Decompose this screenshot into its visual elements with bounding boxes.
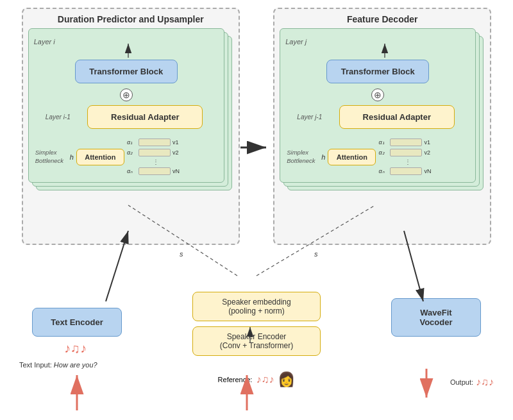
- left-panel-inner: Layer i Transformer Block ⊕ Layer i-1 Re: [28, 28, 224, 183]
- left-alpha-n: αₙ: [127, 168, 137, 174]
- text-encoder-box: Text Encoder: [32, 308, 122, 337]
- text-encoder-area: Text Encoder: [32, 301, 122, 337]
- left-alpha-1: α₁: [127, 139, 137, 146]
- center-bottom: Speaker embedding (pooling + norm) Speak…: [192, 292, 321, 356]
- right-v-bar-2: [390, 149, 422, 156]
- left-transformer-block: Transformer Block: [75, 60, 178, 83]
- wavefit-box: WaveFit Vocoder: [391, 298, 481, 337]
- right-alpha-n: αₙ: [378, 168, 389, 174]
- wavefit-area: WaveFit Vocoder: [391, 292, 481, 337]
- speaker-encoder-box: Speaker Encoder (Conv + Transformer): [192, 326, 321, 356]
- right-panel-inner: Layer j Transformer Block ⊕ Layer j-1 Re…: [280, 28, 476, 183]
- speaker-embedding-line1: Speaker embedding: [203, 298, 310, 307]
- left-v-item-1: α₁ v1: [127, 139, 180, 146]
- right-transformer-block: Transformer Block: [326, 60, 429, 83]
- right-layer-stack: Layer j Transformer Block ⊕ Layer j-1 Re…: [280, 28, 476, 183]
- right-alpha-2: α₂: [378, 149, 389, 156]
- right-residual-adapter: Residual Adapter: [339, 105, 455, 129]
- left-v-bar-2: [139, 149, 171, 156]
- right-v-item-1: α₁ v1: [378, 139, 431, 146]
- text-waveform-icon: ♪♫♪: [64, 341, 87, 356]
- left-v-label-n: vN: [172, 168, 180, 174]
- right-panel-outer: Feature Decoder Layer j Transformer Bloc…: [273, 8, 491, 245]
- output-area: Output: ♪♫♪: [450, 376, 494, 388]
- right-simplex-label: SimplexBottleneck: [287, 149, 319, 165]
- left-v-item-n: αₙ vN: [127, 167, 180, 175]
- left-plus-symbol: ⊕: [120, 88, 133, 101]
- wavefit-line2: Vocoder: [405, 317, 467, 327]
- speaker-embedding-line2: (pooling + norm): [203, 307, 310, 315]
- left-dots: ⋮: [132, 158, 180, 165]
- right-simplex-area: SimplexBottleneck h Attention α₁ v1: [287, 134, 469, 176]
- speaker-encoder-line1: Speaker Encoder: [203, 332, 310, 341]
- left-residual-adapter: Residual Adapter: [87, 105, 203, 129]
- reference-area: Reference: ♪♫♪ 👩: [218, 371, 296, 388]
- left-attention-block: Attention: [76, 149, 124, 165]
- left-layer-prev: Layer i-1: [35, 113, 71, 121]
- right-panel-title: Feature Decoder: [280, 14, 485, 24]
- text-input-area: Text Input: How are you?: [19, 361, 97, 369]
- left-simplex-area: SimplexBottleneck h Attention α₁ v1: [35, 134, 217, 176]
- right-v-label-1: v1: [424, 139, 430, 146]
- left-alpha-2: α₂: [127, 149, 137, 156]
- output-label: Output:: [450, 378, 473, 386]
- reference-waveform-icon: ♪♫♪: [256, 374, 274, 385]
- speaker-embedding-box: Speaker embedding (pooling + norm): [192, 292, 321, 321]
- right-plus-symbol: ⊕: [371, 88, 384, 101]
- speaker-encoder-line2: (Conv + Transformer): [203, 341, 310, 350]
- output-waveform-icon: ♪♫♪: [476, 376, 494, 388]
- left-v-label-2: v2: [172, 149, 179, 156]
- main-container: Duration Predictor and Upsampler Layer i…: [0, 0, 513, 420]
- right-dots: ⋮: [383, 158, 431, 165]
- left-v-bar-n: [139, 167, 171, 175]
- right-v-item-n: αₙ vN: [378, 167, 431, 175]
- right-v-item-2: α₂ v2: [378, 149, 431, 156]
- text-input-label: Text Input:: [19, 361, 52, 369]
- right-v-label-2: v2: [424, 149, 430, 156]
- left-simplex-label: SimplexBottleneck: [35, 149, 67, 165]
- right-inner-content: Transformer Block ⊕ Layer j-1 Residual A…: [287, 35, 469, 176]
- right-layer-label: Layer j: [285, 38, 307, 46]
- right-alpha-1: α₁: [378, 139, 389, 146]
- right-h-label: h: [321, 153, 325, 161]
- left-plus-circle: ⊕: [120, 88, 133, 101]
- left-layer-stack: Layer i Transformer Block ⊕ Layer i-1 Re: [28, 28, 224, 183]
- right-v-label-n: vN: [424, 168, 431, 174]
- right-v-bar-n: [390, 167, 422, 175]
- speaker-person-icon: 👩: [278, 371, 295, 388]
- left-panel-outer: Duration Predictor and Upsampler Layer i…: [22, 8, 240, 245]
- left-h-label: h: [70, 153, 74, 161]
- right-layer-prev: Layer j-1: [287, 113, 322, 121]
- bottom-section: Text Encoder Text Input: How are you? ♪♫…: [0, 266, 513, 420]
- right-plus-circle: ⊕: [371, 88, 384, 101]
- right-v-bar-1: [390, 139, 422, 146]
- text-input-value: How are you?: [54, 361, 97, 369]
- wavefit-line1: WaveFit: [405, 308, 467, 317]
- left-inner-content: Transformer Block ⊕ Layer i-1 Residual A…: [35, 35, 217, 176]
- left-layer-label: Layer i: [34, 38, 55, 46]
- right-v-items: α₁ v1 α₂ v2 ⋮: [378, 138, 431, 176]
- left-v-items: α₁ v1 α₂ v2 ⋮: [127, 138, 180, 176]
- left-panel-title: Duration Predictor and Upsampler: [28, 14, 233, 24]
- left-v-item-2: α₂ v2: [127, 149, 180, 156]
- reference-label: Reference:: [218, 376, 253, 383]
- right-attention-block: Attention: [328, 149, 376, 165]
- left-v-label-1: v1: [172, 139, 179, 146]
- left-v-bar-1: [139, 139, 171, 146]
